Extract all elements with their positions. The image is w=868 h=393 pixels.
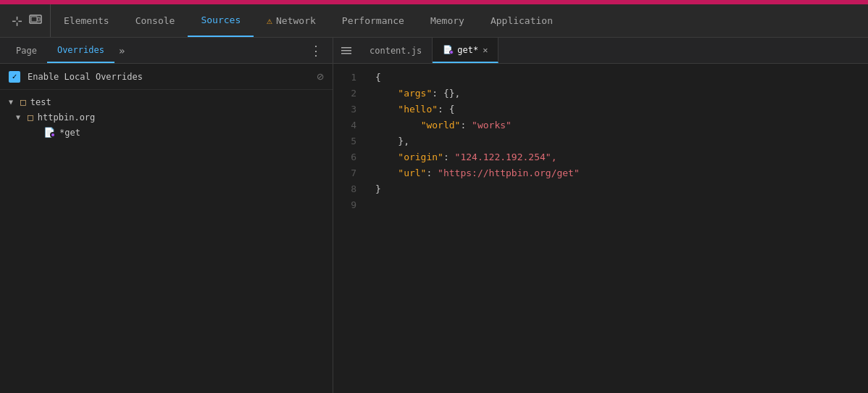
enable-overrides-checkbox[interactable] [9,71,20,83]
folder-icon-test: □ [20,96,26,107]
file-tree: ▼ □ test ▼ □ httpbin.org ▶ 📄 *get [0,90,333,393]
main-tab-bar: ⊹ Elements Console Sources ⚠ Network Per… [0,4,868,38]
tab-application[interactable]: Application [477,4,566,37]
file-icon-get: 📄 [43,127,55,138]
tab-memory[interactable]: Memory [417,4,477,37]
get-file-label: *get [59,128,80,138]
code-content[interactable]: { "args": {}, "hello": { "world": "works… [368,70,868,387]
network-warning-icon: ⚠ [267,15,272,26]
tree-item-get-file[interactable]: ▶ 📄 *get [0,125,333,140]
tab-console[interactable]: Console [122,4,188,37]
toolbar-icons: ⊹ [4,4,51,37]
svg-rect-5 [341,53,351,54]
tree-arrow-httpbin: ▼ [16,113,23,121]
svg-rect-3 [341,47,351,49]
sub-tab-more-button[interactable]: » [114,45,129,57]
tree-arrow-test: ▼ [9,98,16,106]
svg-rect-4 [341,50,351,51]
code-editor: 1 2 3 4 5 6 7 8 9 { "args": {}, "hello":… [333,64,868,393]
tab-elements[interactable]: Elements [51,4,122,37]
override-row: Enable Local Overrides ⊘ [0,64,333,90]
enable-overrides-label: Enable Local Overrides [28,72,309,82]
editor-tab-bar: content.js 📄 get* ✕ [333,38,868,64]
editor-tab-get-label: get* [457,45,478,55]
get-tab-file-icon: 📄 [443,45,453,54]
line-numbers: 1 2 3 4 5 6 7 8 9 [333,70,368,387]
svg-rect-1 [31,17,37,22]
device-icon[interactable] [28,12,43,30]
tab-network[interactable]: ⚠ Network [254,4,329,37]
test-folder-label: test [30,97,51,107]
main-area: Page Overrides » ⋮ Enable Local Override… [0,38,868,393]
editor-tab-content-js[interactable]: content.js [359,38,433,63]
block-icon[interactable]: ⊘ [317,70,324,83]
tree-item-test-folder[interactable]: ▼ □ test [0,94,333,109]
sub-tab-bar: Page Overrides » ⋮ [0,38,333,64]
editor-tab-content-js-label: content.js [370,46,422,56]
sub-tab-page[interactable]: Page [6,38,47,63]
tree-item-httpbin-folder[interactable]: ▼ □ httpbin.org [0,109,333,125]
select-icon[interactable]: ⊹ [12,13,22,28]
left-panel: Page Overrides » ⋮ Enable Local Override… [0,38,333,393]
editor-tab-get[interactable]: 📄 get* ✕ [433,38,498,63]
tab-sources[interactable]: Sources [188,4,254,37]
svg-rect-2 [38,17,40,21]
sub-tab-overrides[interactable]: Overrides [47,38,114,63]
sidebar-toggle-icon[interactable] [333,38,359,63]
httpbin-folder-label: httpbin.org [38,112,95,123]
editor-tab-get-close[interactable]: ✕ [483,45,488,55]
folder-icon-httpbin: □ [28,112,33,123]
sub-tab-menu-button[interactable]: ⋮ [305,43,327,58]
right-panel: content.js 📄 get* ✕ 1 2 3 4 5 6 7 8 [333,38,868,393]
tab-performance[interactable]: Performance [329,4,417,37]
